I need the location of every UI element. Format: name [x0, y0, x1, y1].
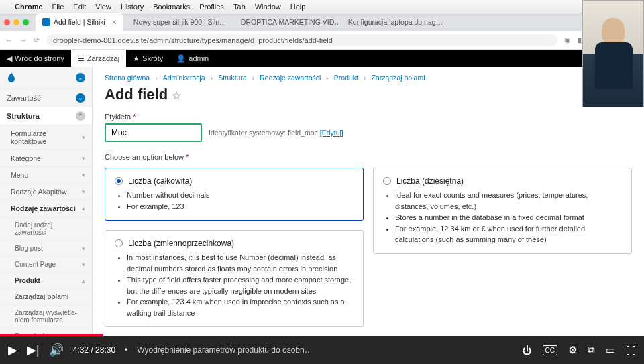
option-float[interactable]: Liczba (zmiennoprzecinkowa) In most inst…: [105, 230, 364, 327]
sidebar-brand[interactable]: ⌄: [0, 67, 92, 89]
back-to-site[interactable]: ◀ Wróć do strony: [0, 50, 71, 67]
maximize-window-icon[interactable]: [23, 19, 29, 25]
shortcuts[interactable]: ★ Skróty: [126, 50, 170, 67]
label: Dodaj rodzaj zawartości: [15, 221, 85, 236]
video-chapter-title[interactable]: Wyodrębnienie parametrów produktu do oso…: [137, 345, 312, 355]
page-title: Add field ☆: [105, 86, 632, 103]
browser-tab-2[interactable]: DROPTICA MARKETING VID… ✕: [231, 13, 338, 31]
miniplayer-icon[interactable]: ⧉: [588, 344, 595, 356]
captions-button[interactable]: CC: [543, 345, 557, 355]
chevron-down-icon: ▾: [82, 188, 85, 195]
app-body: ⌄ Zawartość⌄ Struktura⌃ Formularze konta…: [0, 67, 644, 336]
manage-label: Zarządzaj: [87, 54, 119, 62]
autoplay-toggle[interactable]: ⏻: [522, 345, 532, 356]
breadcrumb-item[interactable]: Zarządzaj polami: [372, 74, 425, 82]
breadcrumb-item[interactable]: Administracja: [163, 74, 205, 82]
video-controls: ▶ ▶| 🔊 4:32 / 28:30 • Wyodrębnienie para…: [0, 336, 644, 364]
browser-tab-3[interactable]: Konfiguracja laptopa do nag… ✕: [338, 13, 445, 31]
etykieta-label: Etykieta *: [105, 113, 632, 121]
forward-icon[interactable]: →: [19, 36, 27, 44]
option-desc: In most instances, it is best to use Num…: [127, 252, 354, 274]
breadcrumb-item[interactable]: Rodzaje zawartości: [260, 74, 321, 82]
label: Rodzaje Akapitów: [11, 188, 66, 196]
os-menu-bookmarks[interactable]: Bookmarks: [153, 3, 190, 11]
os-menu-profiles[interactable]: Profiles: [199, 3, 224, 11]
close-tab-icon[interactable]: ✕: [111, 19, 117, 26]
tab-label: DROPTICA MARKETING VID…: [241, 18, 338, 26]
sidebar-manage-fields[interactable]: Zarządzaj polami: [0, 289, 92, 305]
browser-url-bar: ← → ⟳ droopler-demo-001.ddev.site/admin/…: [0, 31, 644, 50]
os-menu-tab[interactable]: Tab: [233, 3, 246, 11]
window-controls[interactable]: [4, 19, 29, 25]
sidebar-content[interactable]: Zawartość⌄: [0, 89, 92, 107]
sidebar-content-types[interactable]: Rodzaje zawartości▴: [0, 200, 92, 217]
next-button[interactable]: ▶|: [27, 343, 40, 357]
label: Content Page: [15, 261, 56, 268]
os-menu-file[interactable]: File: [52, 3, 64, 11]
browser-tab-0[interactable]: Add field | Silniki ✕: [36, 13, 123, 31]
reload-icon[interactable]: ⟳: [34, 36, 40, 44]
sidebar-menu[interactable]: Menu▾: [0, 167, 92, 184]
label: Struktura: [7, 112, 40, 120]
label: Zarządzaj polami: [15, 293, 69, 300]
breadcrumb-item[interactable]: Strona główna: [105, 74, 150, 82]
option-desc: For example, 12.34 km or € when used for…: [395, 223, 622, 245]
breadcrumb-item[interactable]: Struktura: [218, 74, 247, 82]
chevron-down-icon: ▾: [82, 261, 85, 268]
chevron-up-icon: ▴: [82, 205, 85, 212]
sidebar-manage-form-display[interactable]: Zarządzaj wyświetla-niem formularza: [0, 305, 92, 328]
browser-tab-strip: Add field | Silniki ✕ Nowy super silnik …: [0, 13, 644, 31]
os-menu-help[interactable]: Help: [290, 3, 306, 11]
radio-icon[interactable]: [115, 239, 123, 247]
close-window-icon[interactable]: [4, 19, 10, 25]
fullscreen-icon[interactable]: ⛶: [626, 345, 636, 356]
chevron-down-icon: ▾: [82, 172, 85, 178]
os-menu-app[interactable]: Chrome: [15, 3, 43, 11]
breadcrumb-item[interactable]: Produkt: [334, 74, 358, 82]
option-decimal[interactable]: Liczba (dziesiętna) Ideal for exact coun…: [373, 168, 632, 254]
ext-icon[interactable]: ◉: [564, 36, 571, 44]
sidebar-add-content-type[interactable]: Dodaj rodzaj zawartości: [0, 217, 92, 241]
label: Kategorie: [11, 154, 41, 162]
presenter-webcam: [582, 0, 644, 107]
sidebar-content-page[interactable]: Content Page▾: [0, 257, 92, 273]
url-field[interactable]: droopler-demo-001.ddev.site/admin/struct…: [46, 34, 557, 46]
option-integer[interactable]: Liczba (całkowita) Number without decima…: [105, 168, 364, 221]
minimize-window-icon[interactable]: [13, 19, 19, 25]
label: Zarządzaj wyświetla-niem formularza: [15, 309, 85, 324]
back-icon[interactable]: ←: [5, 36, 13, 44]
edit-machine-name-link[interactable]: [Edytuj]: [320, 129, 343, 137]
manage-toggle[interactable]: ☰ Zarządzaj: [71, 50, 126, 67]
radio-icon[interactable]: [115, 177, 123, 185]
browser-tab-1[interactable]: Nowy super silnik 900 | Siln… ✕: [123, 13, 231, 31]
sidebar-product[interactable]: Produkt▴: [0, 273, 92, 289]
chevron-down-icon: ⌄: [76, 73, 85, 82]
os-menu-view[interactable]: View: [95, 3, 111, 11]
etykieta-input[interactable]: [105, 123, 202, 142]
radio-icon[interactable]: [383, 177, 391, 185]
option-title: Liczba (całkowita): [128, 176, 192, 186]
label: Menu: [11, 171, 28, 179]
label: Zawartość: [7, 94, 41, 102]
drupal-favicon-icon: [42, 18, 50, 26]
option-desc: Ideal for exact counts and measures (pri…: [395, 190, 622, 212]
chevron-up-icon: ▴: [82, 278, 85, 284]
sidebar-structure[interactable]: Struktura⌃: [0, 107, 92, 125]
play-button[interactable]: ▶: [8, 343, 17, 357]
volume-icon[interactable]: 🔊: [49, 343, 64, 357]
label: Formularze kontaktowe: [11, 129, 82, 145]
sidebar-categories[interactable]: Kategorie▾: [0, 150, 92, 167]
sidebar-blog-post[interactable]: Blog post▾: [0, 241, 92, 257]
user-menu[interactable]: 👤 admin: [170, 50, 215, 67]
youtube-watermark-icon: [609, 282, 631, 298]
option-title: Liczba (dziesiętna): [396, 176, 464, 186]
sidebar-contact-forms[interactable]: Formularze kontaktowe▾: [0, 125, 92, 150]
os-menu-history[interactable]: History: [121, 3, 144, 11]
os-menu-edit[interactable]: Edit: [73, 3, 86, 11]
star-icon[interactable]: ☆: [172, 90, 181, 101]
sidebar-paragraph-types[interactable]: Rodzaje Akapitów▾: [0, 184, 92, 200]
shortcuts-label: Skróty: [142, 54, 163, 62]
settings-icon[interactable]: ⚙: [568, 344, 577, 356]
os-menu-window[interactable]: Window: [255, 3, 281, 11]
theater-icon[interactable]: ▭: [606, 344, 615, 356]
